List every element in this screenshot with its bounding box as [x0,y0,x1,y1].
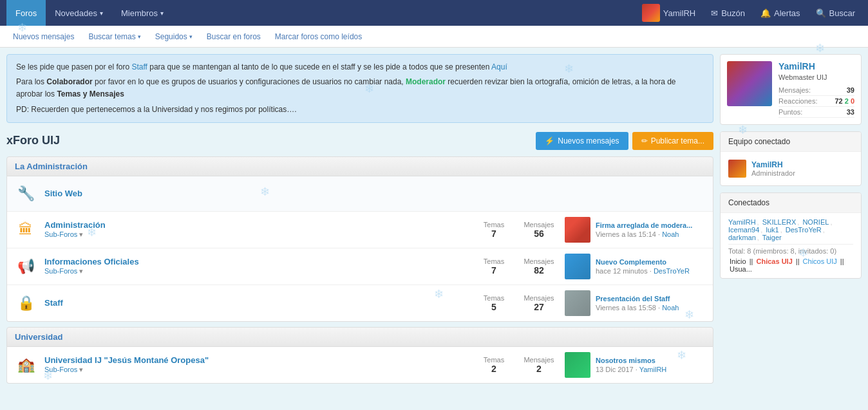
informaciones-info: Informaciones Oficiales Sub-Foros ▾ [44,257,468,275]
universidad-ij-caret: ▾ [79,366,83,373]
seguidos-caret-icon: ▾ [189,33,193,40]
staff-last-meta: Viernes a las 15:58 · Noah [596,304,679,312]
miembros-caret-icon: ▾ [160,10,164,17]
informaciones-last-meta: hace 12 minutos · DesTroYeR [596,267,690,275]
footer-link[interactable]: Chicas UIJ [755,257,794,265]
profile-role: Webmaster UIJ [778,73,854,81]
informaciones-icon: 📢 [14,254,38,279]
connected-footer: Inicio || Chicas UIJ || Chicos UIJ || Us… [728,257,853,273]
staff-link[interactable]: Staff [131,62,147,71]
nav-left: Foros Novedades ▾ Miembros ▾ [6,0,173,26]
connected-user-link[interactable]: YamilRH [728,218,756,226]
page-title: xForo UIJ [6,134,60,147]
universidad-ij-last-title-link[interactable]: Nosotros mismos [596,357,656,364]
staff-icon: 🔒 [14,291,38,315]
administracion-last: Firma arreglada de modera... Viernes a l… [565,217,706,243]
universidad-ij-last-user-link[interactable]: YamilRH [639,366,667,373]
staff-link-forum[interactable]: Staff [44,298,63,308]
nav-buscar[interactable]: 🔍 Buscar [809,0,862,26]
category-universidad: Universidad 🏫 Universidad IJ "Jesús Mont… [6,327,713,384]
search-icon: 🔍 [816,8,826,18]
profile-info: YamilRH Webmaster UIJ Mensajes: 39 Reacc… [778,61,854,118]
subnav-marcar-leidos[interactable]: Marcar foros como leídos [269,26,368,48]
staff-mensajes: Mensajes 27 [520,294,558,312]
subnav-buscar-en-foros[interactable]: Buscar en foros [200,26,267,48]
category-la-administracion: La Administración 🔧 Sitio Web 🏛 [6,156,713,322]
nav-foros[interactable]: Foros [6,0,46,26]
informaciones-last: Nuevo Complemento hace 12 minutos · DesT… [565,254,706,279]
universidad-ij-link[interactable]: Universidad IJ "Jesús Montané Oropesa" [44,355,209,365]
notice-line1: Se les pide que pasen por el foro Staff … [16,61,704,73]
informaciones-subforums-link[interactable]: Sub-Foros [44,267,77,275]
informaciones-mensajes: Mensajes 82 [520,257,558,275]
informaciones-last-title-link[interactable]: Nuevo Complemento [596,258,666,266]
informaciones-last-thumb [565,254,590,279]
staff-last-user-link[interactable]: Noah [662,304,679,312]
nav-alertas[interactable]: 🔔 Alertas [754,0,806,26]
universidad-ij-mensajes: Mensajes 2 [520,356,558,374]
connected-user-link[interactable]: darkman [728,234,756,241]
nav-miembros[interactable]: Miembros ▾ [112,0,173,26]
connected-section: YamilRH, SKILLERX, NORIEL, Iceman94, luk… [721,213,861,278]
universidad-ij-last: Nosotros mismos 13 Dic 2017 · YamilRH [565,352,706,378]
connected-user-link[interactable]: SKILLERX [762,218,797,226]
forum-row-staff: 🔒 Staff Temas 5 Mensajes 27 [7,285,713,321]
connected-user-link[interactable]: luk1 [766,226,778,234]
universidad-ij-last-info: Nosotros mismos 13 Dic 2017 · YamilRH [596,357,666,373]
team-name[interactable]: YamilRH [751,160,795,169]
forum-row-informaciones: 📢 Informaciones Oficiales Sub-Foros ▾ Te… [7,248,713,285]
universidad-ij-subforums-link[interactable]: Sub-Foros [44,366,77,373]
footer-link[interactable]: Usua... [728,265,753,273]
universidad-ij-stats: Temas 2 [475,356,513,374]
novedades-caret-icon: ▾ [100,10,103,17]
top-navbar: Foros Novedades ▾ Miembros ▾ YamilRH ✉ B… [0,0,868,26]
new-messages-button[interactable]: ⚡ Nuevos mensajes [536,132,628,150]
administracion-sub: Sub-Foros ▾ [44,230,468,239]
administracion-stats: Temas 7 [475,221,513,239]
avatar-image [642,4,660,22]
staff-last-thumb [565,290,590,316]
universidad-ij-icon: 🏫 [14,353,38,377]
universidad-ij-last-thumb [565,352,590,378]
informaciones-link[interactable]: Informaciones Oficiales [44,257,139,266]
mail-icon: ✉ [711,8,718,18]
connected-user-link[interactable]: NORIEL [802,218,829,226]
profile-name[interactable]: YamilRH [778,61,854,71]
staff-info: Staff [44,298,468,308]
lightning-icon: ⚡ [545,136,554,145]
secondary-nav: Nuevos mensajes Buscar temas ▾ Seguidos … [0,26,868,48]
connected-user-link[interactable]: DesTroYeR [786,226,822,234]
subnav-nuevos-mensajes[interactable]: Nuevos mensajes [6,26,80,48]
universidad-ij-last-meta: 13 Dic 2017 · YamilRH [596,366,666,373]
administracion-mensajes: Mensajes 56 [520,221,558,239]
sidebar: YamilRH Webmaster UIJ Mensajes: 39 Reacc… [720,54,862,389]
administracion-last-user-link[interactable]: Noah [662,230,679,238]
nav-novedades[interactable]: Novedades ▾ [46,0,112,26]
team-section: YamilRH Administrador [721,152,861,185]
forum-row-sitio-web: 🔧 Sitio Web [7,176,713,212]
sitio-web-link[interactable]: Sitio Web [44,189,82,198]
main-container: Se les pide que pasen por el foro Staff … [0,48,868,395]
subnav-seguidos[interactable]: Seguidos ▾ [149,26,199,48]
nav-buzon[interactable]: ✉ Buzón [704,0,751,26]
informaciones-subforum-caret: ▾ [79,267,83,275]
staff-last-info: Presentación del Staff Viernes a las 15:… [596,295,679,312]
staff-last-title-link[interactable]: Presentación del Staff [596,295,670,303]
team-role: Administrador [751,169,795,177]
administracion-link[interactable]: Administración [44,220,106,230]
administracion-last-title-link[interactable]: Firma arreglada de modera... [596,221,692,229]
administracion-subforum-caret: ▾ [79,230,83,238]
nav-user[interactable]: YamilRH [636,0,702,26]
connected-user-link[interactable]: Taiger [762,234,782,241]
footer-link[interactable]: Chicos UIJ [802,257,838,265]
category-title: La Administración [15,162,88,171]
administracion-subforums-link[interactable]: Sub-Foros [44,230,77,238]
connected-user-link[interactable]: Iceman94 [728,226,759,234]
informaciones-last-user-link[interactable]: DesTroYeR [654,267,690,275]
administracion-last-info: Firma arreglada de modera... Viernes a l… [596,221,692,238]
subnav-buscar-temas[interactable]: Buscar temas ▾ [82,26,147,48]
aqui-link[interactable]: Aquí [491,62,507,71]
publish-topic-button[interactable]: ✏ Publicar tema... [632,132,713,150]
administracion-info: Administración Sub-Foros ▾ [44,220,468,239]
footer-link[interactable]: Inicio [728,257,748,265]
